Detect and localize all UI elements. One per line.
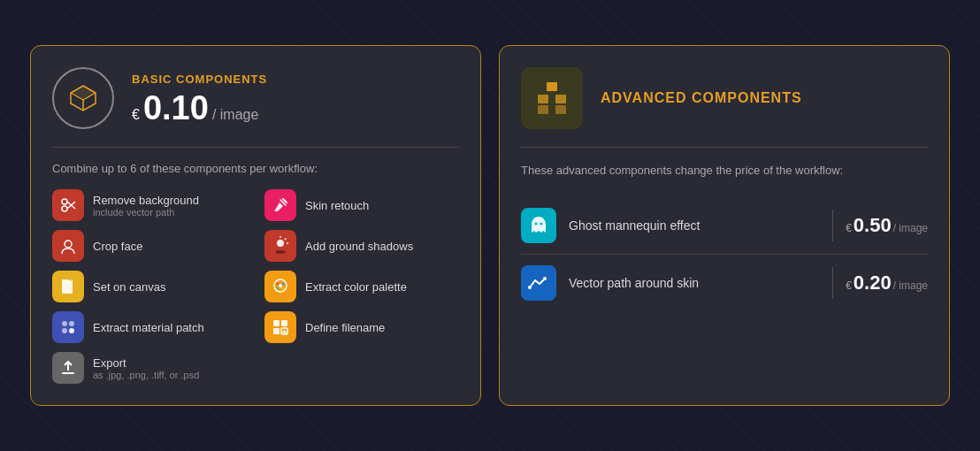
filename-svg bbox=[271, 317, 290, 337]
shadows-svg bbox=[271, 236, 290, 256]
svg-point-16 bbox=[275, 250, 286, 254]
ghost-price-euro: € bbox=[846, 222, 852, 234]
vector-price: € 0.20 / image bbox=[846, 271, 928, 294]
svg-point-42 bbox=[540, 222, 543, 225]
feature-set-canvas: Set on canvas bbox=[52, 271, 247, 302]
basic-divider bbox=[52, 147, 459, 148]
advanced-components-card: ADVANCED COMPONENTS These advanced compo… bbox=[499, 45, 950, 406]
export-sub: as .jpg, .png, .tiff, or .psd bbox=[93, 370, 199, 380]
svg-point-5 bbox=[62, 199, 67, 204]
main-container: BASIC COMPONENTS € 0.10 / image Combine … bbox=[12, 27, 968, 424]
svg-rect-28 bbox=[273, 320, 279, 326]
set-canvas-icon bbox=[52, 271, 84, 302]
advanced-icon-box bbox=[521, 67, 583, 129]
basic-category-label: BASIC COMPONENTS bbox=[132, 73, 267, 86]
svg-rect-34 bbox=[62, 372, 74, 374]
add-shadows-icon bbox=[264, 230, 296, 262]
feature-add-shadows: Add ground shadows bbox=[264, 230, 459, 262]
extract-color-icon bbox=[264, 271, 296, 302]
extract-color-text: Extract color palette bbox=[305, 280, 407, 294]
ghost-price-per: / image bbox=[893, 222, 928, 234]
svg-point-21 bbox=[277, 287, 279, 290]
set-canvas-name: Set on canvas bbox=[93, 280, 165, 294]
define-filename-text: Define filename bbox=[305, 321, 385, 334]
svg-point-19 bbox=[277, 283, 279, 286]
crop-face-text: Crop face bbox=[93, 240, 142, 253]
export-svg bbox=[58, 358, 78, 378]
feature-remove-bg: Remove background include vector path bbox=[52, 189, 247, 221]
extract-material-icon bbox=[52, 311, 84, 343]
retouch-svg bbox=[271, 195, 290, 215]
scissors-svg bbox=[58, 195, 78, 215]
feature-extract-color: Extract color palette bbox=[264, 271, 459, 302]
advanced-subtitle: These advanced components change the pri… bbox=[521, 162, 928, 180]
box-icon bbox=[67, 82, 99, 114]
svg-point-11 bbox=[65, 241, 72, 248]
svg-point-24 bbox=[62, 321, 67, 326]
extract-material-text: Extract material patch bbox=[93, 321, 204, 334]
remove-bg-text: Remove background include vector path bbox=[93, 194, 199, 218]
advanced-item-vector: Vector path around skin € 0.20 / image bbox=[521, 254, 928, 311]
svg-point-23 bbox=[279, 284, 282, 287]
svg-point-26 bbox=[62, 328, 67, 333]
ghost-mannequin-name: Ghost mannequin effect bbox=[569, 218, 820, 233]
skin-retouch-name: Skin retouch bbox=[305, 199, 369, 212]
svg-point-20 bbox=[282, 283, 285, 286]
basic-price-line: € 0.10 / image bbox=[132, 91, 267, 125]
svg-point-41 bbox=[535, 222, 538, 225]
basic-card-header: BASIC COMPONENTS € 0.10 / image bbox=[52, 67, 459, 129]
advanced-item-ghost: Ghost mannequin effect € 0.50 / image bbox=[521, 197, 928, 254]
add-shadows-name: Add ground shadows bbox=[305, 240, 413, 253]
svg-rect-38 bbox=[555, 95, 566, 103]
ghost-svg bbox=[527, 214, 550, 237]
vector-path-name: Vector path around skin bbox=[569, 276, 820, 290]
export-name: Export bbox=[93, 356, 199, 370]
basic-price-per: / image bbox=[212, 107, 258, 123]
vector-price-per: / image bbox=[893, 279, 928, 292]
vector-path-icon bbox=[521, 265, 556, 301]
export-text: Export as .jpg, .png, .tiff, or .psd bbox=[93, 356, 199, 380]
basic-features-grid: Remove background include vector path Sk… bbox=[52, 189, 459, 384]
svg-rect-40 bbox=[555, 105, 566, 114]
svg-rect-39 bbox=[538, 105, 548, 114]
basic-header-text: BASIC COMPONENTS € 0.10 / image bbox=[132, 73, 267, 125]
basic-icon-circle bbox=[52, 67, 114, 129]
vector-svg bbox=[527, 271, 550, 294]
basic-subtitle: Combine up to 6 of these components per … bbox=[52, 162, 459, 175]
remove-bg-icon bbox=[52, 189, 84, 221]
vector-price-value: 0.20 bbox=[854, 271, 892, 294]
feature-extract-material: Extract material patch bbox=[52, 311, 247, 343]
ghost-price-divider bbox=[832, 210, 833, 241]
svg-rect-30 bbox=[273, 328, 279, 334]
material-svg bbox=[58, 317, 78, 337]
palette-svg bbox=[271, 277, 290, 296]
advanced-category-label: ADVANCED COMPONENTS bbox=[601, 90, 802, 106]
remove-bg-name: Remove background bbox=[93, 194, 199, 207]
svg-rect-37 bbox=[538, 95, 548, 103]
ghost-mannequin-icon bbox=[521, 208, 556, 243]
svg-rect-17 bbox=[62, 279, 73, 294]
export-icon bbox=[52, 352, 84, 384]
vector-price-divider bbox=[832, 267, 833, 299]
vector-price-euro: € bbox=[846, 279, 852, 292]
feature-export: Export as .jpg, .png, .tiff, or .psd bbox=[52, 352, 247, 384]
advanced-card-header: ADVANCED COMPONENTS bbox=[521, 67, 928, 129]
ghost-price: € 0.50 / image bbox=[846, 214, 928, 237]
svg-point-6 bbox=[62, 206, 67, 211]
feature-define-filename: Define filename bbox=[264, 311, 459, 343]
skin-retouch-text: Skin retouch bbox=[305, 199, 369, 212]
svg-point-43 bbox=[528, 286, 532, 289]
crop-face-svg bbox=[58, 236, 78, 256]
basic-components-card: BASIC COMPONENTS € 0.10 / image Combine … bbox=[30, 45, 481, 406]
remove-bg-sub: include vector path bbox=[93, 207, 199, 218]
define-filename-name: Define filename bbox=[305, 321, 385, 334]
canvas-svg bbox=[58, 277, 78, 296]
svg-point-12 bbox=[277, 240, 284, 247]
basic-price-euro: € bbox=[132, 107, 140, 123]
extract-color-name: Extract color palette bbox=[305, 280, 407, 294]
crop-face-icon bbox=[52, 230, 84, 262]
svg-point-25 bbox=[69, 321, 74, 326]
svg-point-22 bbox=[282, 287, 285, 290]
advanced-divider bbox=[521, 147, 928, 148]
define-filename-icon bbox=[264, 311, 296, 343]
